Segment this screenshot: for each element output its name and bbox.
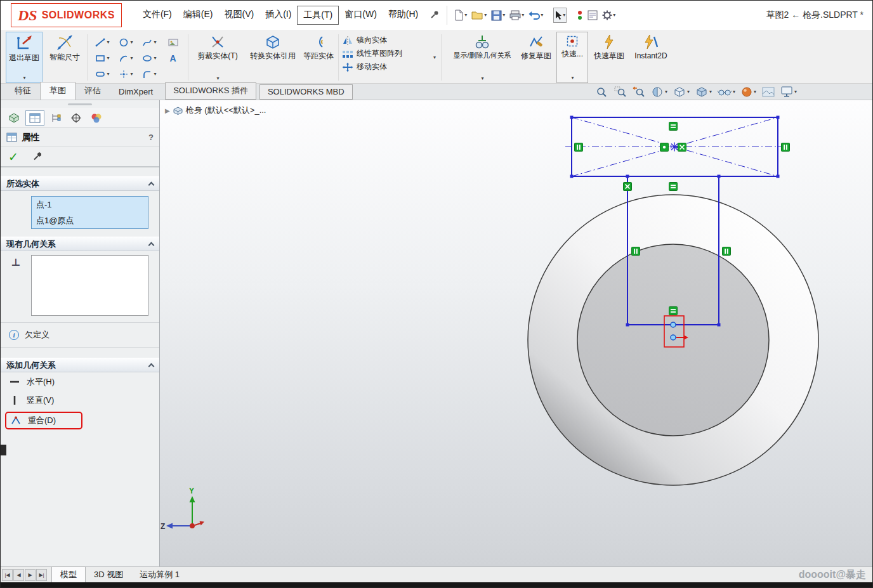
tab-mbd[interactable]: SOLIDWORKS MBD [259,84,353,100]
mirror-entities-button[interactable]: 镜向实体 [342,35,431,46]
smart-dimension-button[interactable]: 智能尺寸 [46,32,84,83]
zoom-fit-button[interactable] [595,86,609,98]
open-button[interactable]: ▾ [470,8,488,23]
select-tool-button[interactable]: ▾ [553,8,567,23]
exit-sketch-button[interactable]: 退出草图 ▾ [6,32,43,83]
sketch-line-tool[interactable]: ▾ [91,34,114,50]
tab-sketch[interactable]: 草图 [40,82,75,100]
configuration-manager-tab[interactable] [46,110,65,126]
status-bar [1,582,872,587]
tab-dimxpert[interactable]: DimXpert [110,84,162,100]
existing-relations-listbox[interactable] [31,255,148,316]
menu-tools[interactable]: 工具(T) [297,6,339,25]
add-coincident-button-highlighted[interactable]: 重合(D) [5,412,82,429]
orientation-triad: Y Z [161,487,204,531]
new-document-button[interactable]: ▾ [452,7,468,23]
graphics-area[interactable]: Y Z ▶ 枪身 (默认<<默认>_... [160,100,872,566]
menu-file[interactable]: 文件(F) [137,6,178,25]
breadcrumb[interactable]: ▶ 枪身 (默认<<默认>_... [165,105,266,116]
tab-addins[interactable]: SOLIDWORKS 插件 [165,82,256,100]
dropdown-caret[interactable]: ▾ [216,76,219,81]
feature-manager-tab[interactable] [4,110,23,126]
add-horizontal-button[interactable]: 水平(H) [1,372,159,391]
view-orientation-button[interactable]: ▾ [673,86,690,98]
trim-entities-button[interactable]: 剪裁实体(T) ▾ [192,32,244,83]
print-button[interactable]: ▾ [508,8,525,23]
convert-entities-button[interactable]: 转换实体引用 [244,32,302,83]
menu-help[interactable]: 帮助(H) [383,6,424,25]
hide-show-items-button[interactable]: ▾ [717,86,736,98]
existing-relations-header[interactable]: 现有几何关系 [1,237,159,251]
offset-entities-button[interactable]: 等距实体 [302,32,335,83]
property-manager-tab[interactable] [25,110,44,126]
document-title: 草图2 ← 枪身.SLDPRT * [766,10,863,21]
selected-entity-item[interactable]: 点1@原点 [32,212,148,228]
constraint-badge-equal [669,307,678,315]
dropdown-caret[interactable]: ▾ [572,75,574,81]
menu-window[interactable]: 窗口(W) [339,6,383,25]
keep-visible-pin-button[interactable] [32,152,43,162]
help-icon[interactable]: ? [148,133,154,142]
menu-edit[interactable]: 编辑(E) [178,6,219,25]
next-tab-button[interactable]: ▶ [25,569,36,581]
section-view-button[interactable]: ▾ [650,86,668,98]
save-button[interactable]: ▾ [490,8,506,23]
selected-entities-listbox[interactable]: 点-1 点1@原点 [31,196,148,229]
tab-3d-views[interactable]: 3D 视图 [86,567,131,583]
linear-sketch-pattern-button[interactable]: 线性草图阵列 [342,48,431,59]
previous-view-button[interactable] [632,86,646,98]
apply-scene-button[interactable] [761,86,775,98]
separator [447,6,447,25]
selected-entities-header[interactable]: 所选实体 [1,176,159,191]
dropdown-caret[interactable]: ▾ [431,32,438,83]
menu-insert[interactable]: 插入(I) [259,6,297,25]
add-vertical-button[interactable]: 竖直(V) [1,391,159,409]
undo-button[interactable]: ▾ [527,8,544,23]
spline-tool[interactable]: ▾ [138,34,161,50]
breadcrumb-expand-icon[interactable]: ▶ [165,107,170,114]
first-tab-button[interactable]: |◀ [2,569,13,581]
display-delete-relations-button[interactable]: 显示/删除几何关系 ▾ [445,32,520,83]
display-style-button[interactable]: ▾ [695,86,712,98]
pin-menu-icon[interactable] [428,8,442,23]
rectangle-tool[interactable]: ▾ [91,50,114,66]
options-gear-button[interactable]: ▾ [601,8,617,23]
edit-appearance-button[interactable]: ▾ [740,86,757,98]
status-led-icon[interactable] [575,8,584,23]
fillet-tool[interactable]: ▾ [138,66,161,82]
arc-tool[interactable]: ▾ [114,50,138,66]
vertical-icon [10,395,20,405]
text-tool[interactable]: A [161,50,185,66]
tab-model[interactable]: 模型 [51,566,86,583]
prev-tab-button[interactable]: ◀ [13,569,24,581]
dropdown-caret[interactable]: ▾ [482,76,484,81]
selected-entity-item[interactable]: 点-1 [32,197,148,212]
last-tab-button[interactable]: ▶| [36,569,47,581]
add-relations-header[interactable]: 添加几何关系 [1,358,159,372]
move-entities-button[interactable]: 移动实体 [342,62,431,72]
display-manager-tab[interactable] [87,110,106,126]
task-list-button[interactable] [586,8,599,23]
panel-resize-grip[interactable] [1,100,159,108]
definition-status-row: i 欠定义 [1,325,159,344]
quick-snaps-button[interactable]: 快速... ▾ [556,32,588,83]
menu-view[interactable]: 视图(V) [218,6,259,25]
dimxpert-manager-tab[interactable] [67,110,85,126]
dropdown-caret[interactable]: ▾ [23,75,25,81]
repair-sketch-button[interactable]: 修复草图 [520,32,553,83]
ok-check-button[interactable]: ✓ [8,151,18,163]
tab-features[interactable]: 特征 [6,82,40,100]
ellipse-tool[interactable]: ▾ [138,50,161,66]
view-settings-button[interactable]: ▾ [780,86,798,98]
sketch-picture-tool[interactable] [161,34,185,50]
point-tool[interactable]: ▾ [114,66,138,82]
tab-evaluate[interactable]: 评估 [75,82,110,100]
instant2d-button[interactable]: Instant2D [626,32,676,83]
slot-tool[interactable]: ▾ [91,66,114,82]
rapid-sketch-button[interactable]: 快速草图 [592,32,626,83]
sketch-circle-tool[interactable]: ▾ [114,34,138,50]
zoom-area-button[interactable] [614,86,627,98]
tab-motion-study[interactable]: 运动算例 1 [131,567,188,583]
constraint-badge-equal [669,183,678,191]
sketch-scene[interactable]: Y Z [160,100,872,566]
